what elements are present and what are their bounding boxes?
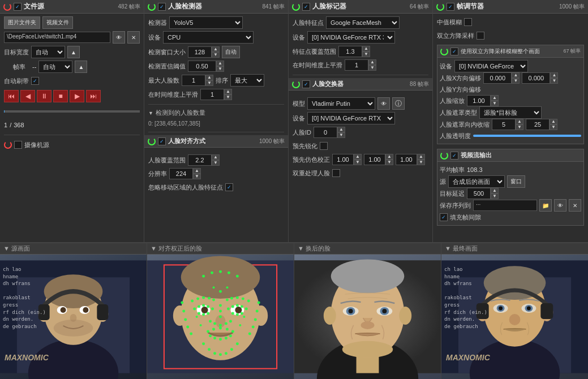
auto-belt-checkbox[interactable] bbox=[31, 77, 39, 85]
face-y-down[interactable]: ▼ bbox=[550, 78, 558, 84]
smooth-up[interactable]: ▲ bbox=[224, 89, 232, 94]
smooth-input[interactable] bbox=[200, 89, 224, 100]
delay-input[interactable] bbox=[467, 188, 491, 199]
landmark-select[interactable]: Google FaceMesh bbox=[326, 16, 400, 29]
marker-smooth-down[interactable]: ▼ bbox=[368, 65, 376, 71]
face-scale-input[interactable] bbox=[467, 95, 491, 106]
opacity-slider[interactable] bbox=[473, 135, 581, 137]
detector-enable-checkbox[interactable] bbox=[158, 3, 166, 11]
pre-color-z-up[interactable]: ▲ bbox=[417, 154, 425, 160]
resolution-down[interactable]: ▼ bbox=[193, 174, 201, 179]
smooth-down[interactable]: ▼ bbox=[224, 94, 232, 100]
detected-count-section[interactable]: ▼ 检测到的人脸数量 bbox=[148, 109, 284, 117]
swapper-enable-checkbox[interactable] bbox=[302, 80, 310, 88]
fps-up[interactable]: ▲ bbox=[75, 61, 87, 73]
face-y-up[interactable]: ▲ bbox=[550, 72, 558, 78]
pre-color-y-down[interactable]: ▼ bbox=[385, 160, 393, 165]
target-width-up[interactable]: ▲ bbox=[67, 46, 80, 58]
model-eye-btn[interactable]: 👁 bbox=[377, 97, 390, 110]
save-eye-btn[interactable]: 👁 bbox=[554, 199, 566, 212]
btn-stop[interactable]: ■ bbox=[53, 90, 68, 102]
stream-enable-checkbox[interactable] bbox=[450, 152, 458, 160]
close-button[interactable]: ✕ bbox=[127, 31, 140, 44]
tab-image-folder[interactable]: 图片文件夹 bbox=[4, 16, 40, 29]
resolution-up[interactable]: ▲ bbox=[193, 168, 201, 174]
swapper-power-icon[interactable] bbox=[292, 80, 300, 88]
window-btn[interactable]: 窗口 bbox=[507, 175, 525, 188]
align-enable-checkbox[interactable] bbox=[158, 137, 166, 145]
fps-select[interactable]: 自动 bbox=[38, 61, 72, 73]
max-faces-input[interactable] bbox=[182, 75, 205, 86]
model-info-btn[interactable]: ⓘ bbox=[392, 97, 405, 110]
detector-device-select[interactable]: CPU bbox=[163, 31, 254, 44]
swapper-device-select[interactable]: [0] NVIDIA GeForce RTX bbox=[307, 112, 395, 124]
pre-color-y-up[interactable]: ▲ bbox=[385, 154, 393, 160]
range-down[interactable]: ▼ bbox=[362, 51, 370, 57]
blur-device-select[interactable]: [0] NVIDIA GeForce bbox=[454, 60, 528, 72]
face-x-down[interactable]: ▼ bbox=[512, 78, 520, 84]
window-size-down[interactable]: ▼ bbox=[212, 52, 220, 58]
face-id-input[interactable] bbox=[314, 127, 337, 138]
frame-enable-checkbox[interactable] bbox=[447, 3, 454, 11]
resolution-input[interactable] bbox=[169, 168, 193, 179]
stream-source-select[interactable]: 合成后的画面 bbox=[448, 175, 505, 188]
detector-select[interactable]: YoloV5 bbox=[169, 16, 243, 29]
face-x-up[interactable]: ▲ bbox=[512, 72, 520, 78]
max-faces-up[interactable]: ▲ bbox=[205, 75, 213, 80]
sort-select[interactable]: 最大 bbox=[230, 74, 264, 87]
inside-up[interactable]: ▲ bbox=[516, 119, 523, 124]
face-id-up[interactable]: ▲ bbox=[337, 127, 345, 132]
marker-smooth-input[interactable] bbox=[345, 59, 368, 71]
max-faces-down[interactable]: ▼ bbox=[205, 80, 213, 86]
face-id-down[interactable]: ▼ bbox=[337, 132, 345, 138]
eye-button[interactable]: 👁 bbox=[113, 31, 125, 44]
bilateral-checkbox[interactable] bbox=[477, 32, 484, 40]
marker-enable-checkbox[interactable] bbox=[302, 3, 310, 11]
inside-input[interactable] bbox=[492, 119, 516, 130]
file-enable-checkbox[interactable] bbox=[14, 3, 22, 11]
face-scale-down[interactable]: ▼ bbox=[491, 101, 499, 106]
tab-video-file[interactable]: 视频文件 bbox=[42, 16, 73, 29]
window-size-up[interactable]: ▲ bbox=[212, 46, 220, 52]
btn-rewind[interactable]: ⏮ bbox=[4, 90, 19, 102]
save-close-btn[interactable]: ✕ bbox=[569, 199, 581, 212]
delay-down[interactable]: ▼ bbox=[491, 193, 499, 199]
feather-down[interactable]: ▼ bbox=[550, 124, 557, 130]
fill-checkbox[interactable] bbox=[440, 213, 448, 221]
feather-up[interactable]: ▲ bbox=[550, 119, 557, 124]
threshold-up[interactable]: ▲ bbox=[216, 61, 224, 66]
align-power-icon[interactable] bbox=[148, 137, 156, 145]
face-type-select[interactable]: 源脸*目标脸 bbox=[479, 106, 542, 119]
marker-power-icon[interactable] bbox=[292, 3, 300, 11]
target-width-select[interactable]: 自动 bbox=[31, 46, 65, 58]
range-input[interactable] bbox=[338, 46, 362, 57]
marker-smooth-up[interactable]: ▲ bbox=[368, 59, 376, 65]
camera-enable-checkbox[interactable] bbox=[14, 141, 22, 149]
btn-fast-forward[interactable]: ⏭ bbox=[86, 90, 101, 102]
camera-power-icon[interactable] bbox=[4, 141, 12, 149]
pre-color-z-input[interactable] bbox=[396, 154, 417, 165]
btn-next-frame[interactable]: ▶ bbox=[70, 90, 84, 102]
pre-color-x-input[interactable] bbox=[332, 154, 354, 165]
feather-input[interactable] bbox=[526, 119, 550, 130]
detector-power-icon[interactable] bbox=[148, 3, 156, 11]
pre-color-x-up[interactable]: ▲ bbox=[354, 154, 362, 160]
progress-bar[interactable] bbox=[4, 110, 140, 113]
save-folder-btn[interactable]: 📁 bbox=[539, 199, 552, 212]
face-x-input[interactable] bbox=[483, 72, 512, 84]
delay-up[interactable]: ▲ bbox=[491, 188, 499, 193]
btn-prev-frame[interactable]: ◀ bbox=[20, 90, 35, 102]
inside-down[interactable]: ▼ bbox=[516, 124, 523, 130]
coverage-down[interactable]: ▼ bbox=[212, 160, 220, 166]
marker-device-select[interactable]: [0] NVIDIA GeForce RTX 3 bbox=[307, 31, 395, 44]
pre-sharpen-checkbox[interactable] bbox=[320, 142, 328, 150]
window-auto-btn[interactable]: 自动 bbox=[222, 46, 240, 58]
threshold-input[interactable] bbox=[188, 61, 216, 72]
btn-play-pause[interactable]: ⏸ bbox=[37, 90, 51, 102]
face-y-input[interactable] bbox=[522, 72, 550, 84]
stream-power-icon[interactable] bbox=[440, 152, 448, 160]
face-scale-up[interactable]: ▲ bbox=[491, 95, 499, 101]
frame-power-icon[interactable] bbox=[436, 3, 444, 11]
blur-enable-checkbox[interactable] bbox=[450, 48, 458, 55]
model-select[interactable]: Vladimir Putin bbox=[307, 97, 375, 110]
